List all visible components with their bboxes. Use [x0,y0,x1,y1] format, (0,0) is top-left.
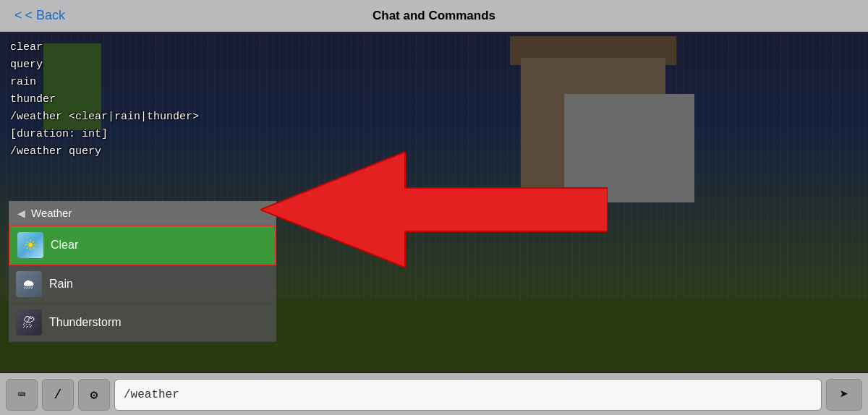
chat-line-3: rain [10,74,265,91]
menu-item-clear[interactable]: Clear [9,225,276,265]
chat-line-2: query [10,56,265,74]
settings-button[interactable]: ⚙ [78,379,110,411]
thunder-icon [16,309,42,335]
settings-icon: ⚙ [90,387,98,403]
chat-log: clear query rain thunder /weather <clear… [0,32,275,168]
chat-line-6: /weather <clear|rain|thunder> [duration:… [10,108,265,143]
back-chevron-icon: < [14,8,22,23]
command-input[interactable] [114,379,822,411]
menu-item-rain[interactable]: Rain [9,265,276,304]
pencil-button[interactable]: / [42,379,74,411]
header-bar: < < Back Chat and Commands [0,0,868,32]
back-button[interactable]: < < Back [14,8,65,23]
clear-label: Clear [51,239,78,252]
menu-item-thunderstorm[interactable]: Thunderstorm [9,304,276,342]
chat-line-1: clear [10,39,265,56]
thunderstorm-label: Thunderstorm [49,316,122,329]
send-icon: ➤ [840,385,848,403]
pencil-icon: / [54,388,62,402]
dropdown-header-label: Weather [31,207,72,219]
rain-icon [16,271,42,297]
keyboard-button[interactable]: ⌨ [6,379,38,411]
chevron-left-icon: ◀ [17,208,25,219]
send-button[interactable]: ➤ [826,379,862,411]
bottom-toolbar: ⌨ / ⚙ ➤ [0,373,868,415]
header-title: Chat and Commands [373,9,495,23]
chat-line-7: /weather query [10,143,265,161]
command-dropdown: ◀ Weather Clear Rain Thunderstorm [9,201,276,342]
rain-label: Rain [49,278,73,291]
dropdown-header: ◀ Weather [9,201,276,225]
clear-icon [17,232,43,258]
keyboard-icon: ⌨ [18,387,26,403]
back-label[interactable]: < Back [25,8,66,23]
chat-line-4: thunder [10,91,265,108]
